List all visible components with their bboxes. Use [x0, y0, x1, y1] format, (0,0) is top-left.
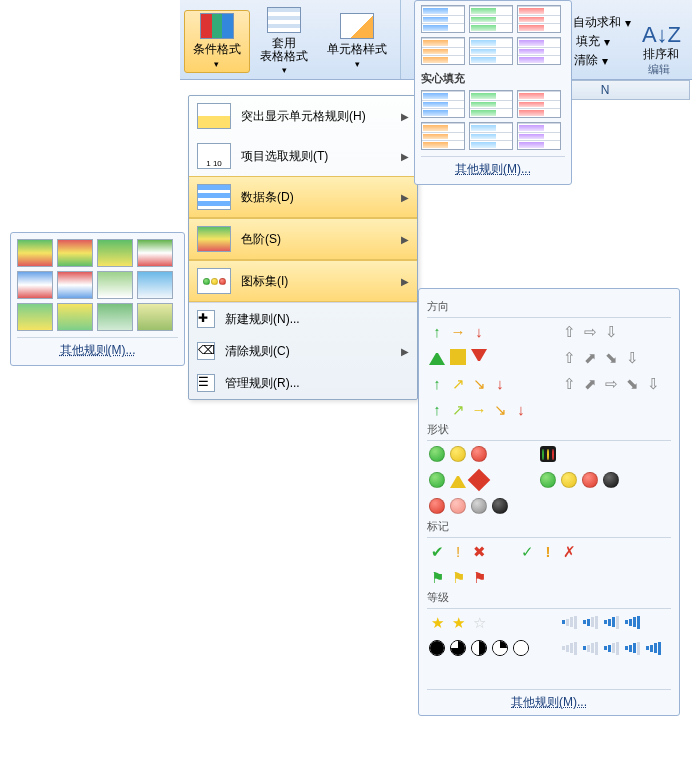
format-table-button[interactable]: 套用 表格格式 ▾ — [252, 4, 318, 80]
iconset-4arrows-colored[interactable]: ↑↗↘↓ — [427, 374, 531, 392]
iconset-5boxes[interactable] — [427, 665, 531, 683]
clear-rules-icon: ⌫ — [197, 342, 215, 360]
iconset-5arrows-gray[interactable]: ⇧⬈⇨⬊⇩ — [559, 374, 663, 392]
databar-solid-red[interactable] — [517, 90, 561, 118]
format-table-icon — [267, 7, 301, 33]
menu-top-bottom-rules[interactable]: 1 10 项目选取规则(T)▶ — [189, 136, 417, 176]
iconset-3arrows-colored[interactable]: ↑→↓ — [427, 322, 531, 340]
databar-gradient-purple[interactable] — [517, 37, 561, 65]
sort-icon: A↓Z — [642, 22, 681, 48]
data-bars-icon — [197, 184, 231, 210]
iconset-3arrows-gray[interactable]: ⇧⇨⇩ — [559, 322, 663, 340]
conditional-formatting-button[interactable]: 条件格式 ▾ — [184, 10, 250, 72]
color-scales-gallery: 其他规则(M)... — [10, 232, 185, 366]
iconset-direction-header: 方向 — [427, 299, 671, 318]
colorscale-1[interactable] — [17, 239, 53, 267]
menu-color-scales[interactable]: 色阶(S)▶ — [189, 218, 417, 260]
colorscale-6[interactable] — [57, 271, 93, 299]
iconset-indicators-header: 标记 — [427, 519, 671, 538]
colorscale-more-rules[interactable]: 其他规则(M)... — [60, 343, 136, 357]
colorscale-10[interactable] — [57, 303, 93, 331]
colorscale-8[interactable] — [137, 271, 173, 299]
gradient-fill-grid — [421, 5, 565, 65]
iconset-5quarters[interactable] — [427, 639, 531, 657]
colorscale-11[interactable] — [97, 303, 133, 331]
cell-styles-icon — [340, 13, 374, 39]
menu-icon-sets[interactable]: 图标集(I)▶ — [189, 260, 417, 302]
new-rule-icon: ✚ — [197, 310, 215, 328]
iconset-5ratings-bars[interactable] — [559, 639, 663, 657]
editing-group: Σ 自动求和 ▾ ▤ 填充 ▾ ◇ 清除 ▾ A↓Z 排序和 编辑 — [555, 0, 692, 79]
iconset-shapes-header: 形状 — [427, 422, 671, 441]
databar-gradient-lightblue[interactable] — [469, 37, 513, 65]
colorscale-4[interactable] — [137, 239, 173, 267]
iconset-3trafficlights-rimmed[interactable] — [538, 445, 621, 463]
databar-solid-blue[interactable] — [421, 90, 465, 118]
databar-gradient-green[interactable] — [469, 5, 513, 33]
colorscale-9[interactable] — [17, 303, 53, 331]
databar-solid-lightblue[interactable] — [469, 122, 513, 150]
iconset-4trafficlights[interactable] — [427, 497, 510, 515]
iconset-ratings-header: 等级 — [427, 590, 671, 609]
solid-fill-header: 实心填充 — [421, 71, 565, 86]
iconset-3symbols[interactable]: ✓!✗ — [517, 542, 579, 560]
colorscale-2[interactable] — [57, 239, 93, 267]
styles-group: 条件格式 ▾ 套用 表格格式 ▾ 单元格样式 ▾ — [180, 0, 401, 79]
iconset-4arrows-gray[interactable]: ⇧⬈⬊⇩ — [559, 348, 663, 366]
colorscale-12[interactable] — [137, 303, 173, 331]
solid-fill-grid — [421, 90, 565, 150]
data-bars-gallery: 实心填充 其他规则(M)... — [414, 0, 572, 185]
cell-styles-label: 单元格样式 — [327, 42, 387, 56]
iconset-3trafficlights[interactable] — [427, 445, 510, 463]
color-scales-icon — [197, 226, 231, 252]
editing-group-label: 编辑 — [648, 62, 670, 77]
conditional-formatting-menu: 突出显示单元格规则(H)▶ 1 10 项目选取规则(T)▶ 数据条(D)▶ 色阶… — [188, 95, 418, 400]
iconset-3stars[interactable]: ★★☆ — [427, 613, 531, 631]
sort-filter-button[interactable]: A↓Z 排序和 — [635, 19, 688, 64]
menu-highlight-rules[interactable]: 突出显示单元格规则(H)▶ — [189, 96, 417, 136]
iconset-4ratings-bars[interactable] — [559, 613, 663, 631]
conditional-formatting-label: 条件格式 — [193, 42, 241, 56]
iconset-more-rules[interactable]: 其他规则(M)... — [511, 695, 587, 709]
databar-solid-orange[interactable] — [421, 122, 465, 150]
databar-gradient-blue[interactable] — [421, 5, 465, 33]
cell-styles-button[interactable]: 单元格样式 ▾ — [319, 10, 396, 72]
databar-more-rules[interactable]: 其他规则(M)... — [455, 162, 531, 176]
manage-rules-icon: ☰ — [197, 374, 215, 392]
colorscale-3[interactable] — [97, 239, 133, 267]
iconset-3flags[interactable]: ⚑⚑⚑ — [427, 568, 489, 586]
menu-clear-rules[interactable]: ⌫ 清除规则(C)▶ — [189, 335, 417, 367]
highlight-rules-icon — [197, 103, 231, 129]
icon-sets-icon — [197, 268, 231, 294]
iconset-3signs[interactable] — [427, 471, 510, 489]
iconset-5arrows-colored[interactable]: ↑↗→↘↓ — [427, 400, 531, 418]
conditional-formatting-icon — [200, 13, 234, 39]
colorscale-7[interactable] — [97, 271, 133, 299]
iconset-3symbols-circled[interactable]: ✔!✖ — [427, 542, 489, 560]
menu-data-bars[interactable]: 数据条(D)▶ — [189, 176, 417, 218]
databar-gradient-orange[interactable] — [421, 37, 465, 65]
menu-manage-rules[interactable]: ☰ 管理规则(R)... — [189, 367, 417, 399]
databar-solid-purple[interactable] — [517, 122, 561, 150]
databar-solid-green[interactable] — [469, 90, 513, 118]
menu-new-rule[interactable]: ✚ 新建规则(N)... — [189, 302, 417, 335]
format-table-label: 套用 表格格式 — [260, 36, 308, 63]
databar-gradient-red[interactable] — [517, 5, 561, 33]
icon-sets-gallery: 方向 ↑→↓ ↑↗↘↓ ↑↗→↘↓ ⇧⇨⇩ ⇧⬈⬊⇩ ⇧⬈⇨⬊⇩ 形状 标记 ✔… — [418, 288, 680, 716]
iconset-3triangles[interactable] — [427, 348, 531, 366]
iconset-4circles[interactable] — [538, 471, 621, 489]
top-bottom-icon: 1 10 — [197, 143, 231, 169]
colorscale-5[interactable] — [17, 271, 53, 299]
